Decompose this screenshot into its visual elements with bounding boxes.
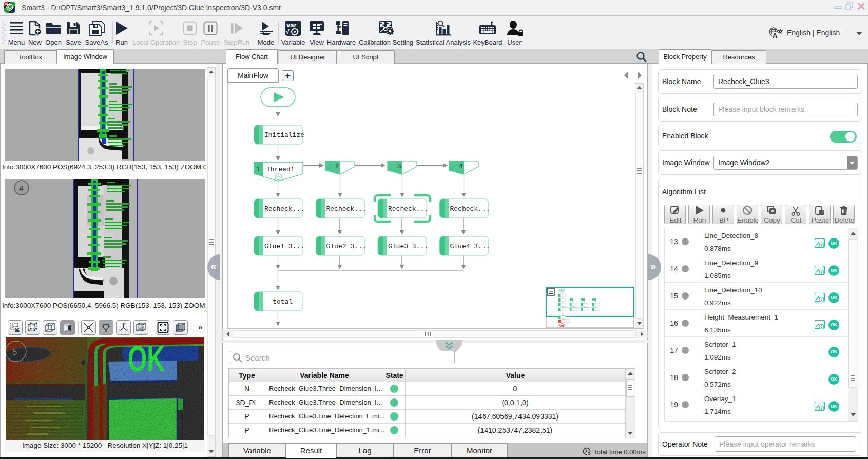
svg-text:4: 4 xyxy=(459,162,462,170)
svg-text:total: total xyxy=(273,298,293,306)
svg-text:S3: S3 xyxy=(5,2,8,5)
svg-text:4: 4 xyxy=(19,184,23,192)
svg-text:A: A xyxy=(773,32,778,39)
svg-text:var: var xyxy=(286,21,297,29)
svg-text:z: z xyxy=(119,328,121,331)
svg-text:Glue4_3...: Glue4_3... xyxy=(450,243,490,250)
svg-text:Thread1: Thread1 xyxy=(266,166,295,173)
svg-text:√: √ xyxy=(286,28,290,35)
svg-text:2: 2 xyxy=(335,162,339,170)
svg-text:Initialize: Initialize xyxy=(264,131,304,139)
svg-text:5: 5 xyxy=(12,347,17,357)
svg-text:Recheck...: Recheck... xyxy=(264,205,304,213)
svg-text:Glue1_3...: Glue1_3... xyxy=(264,243,304,250)
svg-text:3: 3 xyxy=(397,162,401,170)
svg-text:x: x xyxy=(127,328,128,331)
svg-text:Glue2_3...: Glue2_3... xyxy=(326,243,367,250)
svg-text:1: 1 xyxy=(256,165,260,173)
svg-text:Glue3_3...: Glue3_3... xyxy=(388,243,428,250)
svg-text:y: y xyxy=(124,322,126,325)
